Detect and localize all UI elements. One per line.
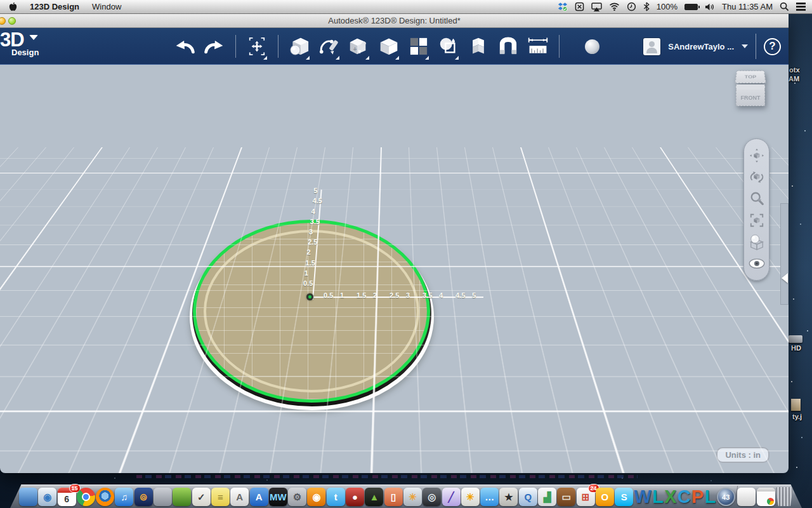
dock-finder[interactable] (19, 488, 37, 506)
desktop-file-label[interactable]: AM (789, 75, 799, 83)
user-dropdown-caret[interactable] (742, 44, 748, 48)
dock-creature-app[interactable] (173, 488, 191, 506)
dock-calendar[interactable]: 615 (58, 488, 76, 506)
sketch-tool[interactable] (317, 32, 341, 60)
dock-trash[interactable] (776, 487, 793, 506)
time-machine-icon[interactable] (627, 2, 636, 11)
pattern-tool[interactable] (407, 32, 431, 60)
app-logo-menu[interactable]: 3D Design (0, 29, 39, 57)
dock-office-app[interactable]: ⊞24 (577, 488, 595, 506)
navigation-panel (743, 138, 769, 281)
blocked-shield-icon[interactable] (575, 2, 584, 11)
dock-skype[interactable]: S (615, 488, 633, 506)
materials-button[interactable] (748, 233, 766, 251)
dock-textedit[interactable]: A (230, 488, 249, 506)
dock-chart-app[interactable]: ▟ (538, 488, 556, 506)
undo-button[interactable] (173, 32, 197, 60)
dock-alarm-clock[interactable]: 43 (717, 488, 735, 506)
chevron-down-icon (29, 35, 38, 40)
group-tool[interactable] (466, 32, 490, 60)
menu-item-app[interactable]: 123D Design (30, 2, 79, 11)
snap-tool[interactable] (496, 32, 520, 60)
dock-excel[interactable]: X (664, 487, 676, 506)
view-cube[interactable]: TOP FRONT (734, 69, 767, 106)
fit-view-button[interactable] (748, 211, 766, 229)
apple-menu-icon[interactable] (9, 2, 17, 11)
text-tool[interactable]: + (347, 32, 371, 60)
dock-safari[interactable]: ◉ (38, 488, 56, 506)
help-button[interactable]: ? (764, 38, 781, 55)
hide-show-button[interactable] (748, 255, 766, 272)
dock-navigator-app[interactable]: ⊚ (134, 488, 153, 506)
volume-icon[interactable] (705, 3, 715, 11)
axis-tick-y: 4.5 (312, 197, 322, 204)
zoom-button[interactable] (748, 190, 766, 208)
notification-center-icon[interactable] (796, 3, 806, 11)
dock-firefox[interactable] (96, 488, 114, 506)
pan-button[interactable] (748, 147, 766, 164)
dock-chrome[interactable] (77, 488, 95, 506)
redo-button[interactable] (202, 32, 226, 60)
dock-flower-app[interactable]: ☀ (461, 488, 480, 506)
primitives-tool[interactable] (287, 32, 311, 60)
material-sphere-tool[interactable] (580, 32, 604, 60)
transform-move-tool[interactable] (245, 32, 269, 60)
dock-system-preferences[interactable]: ⚙ (288, 488, 306, 506)
desktop-drive-label[interactable]: HD (791, 344, 801, 352)
dock-phone-app[interactable]: ▯ (384, 488, 403, 506)
menu-clock[interactable]: Thu 11:35 AM (722, 2, 773, 11)
dock-powerpoint[interactable]: P (691, 487, 704, 506)
axis-tick-y: 3.5 (310, 218, 320, 225)
dock-camera-app[interactable]: ◎ (422, 488, 441, 506)
dock-bust-app[interactable] (154, 488, 172, 506)
airplay-icon[interactable] (591, 3, 602, 11)
dock-iphoto[interactable]: ☀ (403, 488, 422, 506)
viewport-3d[interactable]: 0.511.522.533.544.55 0.511.522.533.544.5… (0, 65, 789, 473)
dock-lync-2[interactable]: L (705, 487, 716, 506)
dock-document-stack[interactable] (737, 488, 756, 506)
dock-star-app[interactable]: ★ (499, 488, 518, 506)
battery-icon[interactable] (684, 4, 698, 10)
dropbox-icon[interactable] (558, 2, 568, 11)
view-cube-front-face[interactable]: FRONT (736, 90, 765, 106)
dock-outlook[interactable]: O (596, 488, 614, 506)
desktop-file-label[interactable]: ty.j (792, 413, 802, 420)
units-badge[interactable]: Units : in (716, 447, 769, 463)
view-cube-edge[interactable] (736, 84, 765, 90)
dock-communicator[interactable]: C (678, 487, 691, 506)
measure-tool[interactable] (526, 32, 550, 60)
dock-notes-checklist[interactable]: ✓ (192, 488, 211, 506)
dock-messages[interactable]: … (480, 488, 499, 506)
axis-tick-y: 3 (309, 228, 313, 236)
wifi-icon[interactable] (609, 3, 620, 11)
dock-app-store[interactable]: A (250, 488, 268, 506)
dock-keynote[interactable]: ▭ (557, 488, 575, 506)
combine-tool[interactable] (436, 32, 461, 60)
dock-dark-green-app[interactable]: ▲ (365, 488, 383, 506)
dock-ink-app[interactable]: ╱ (442, 488, 461, 506)
dock-record-app[interactable]: ● (346, 488, 364, 506)
user-name[interactable]: SAndrewTaylo ... (668, 42, 734, 51)
user-avatar[interactable] (643, 38, 660, 55)
panel-collapse-arrow-icon[interactable] (782, 273, 788, 283)
view-cube-top-face[interactable]: TOP (735, 70, 766, 83)
origin-marker[interactable] (306, 293, 313, 300)
dock-twitter[interactable]: t (327, 488, 345, 506)
desktop-file-label[interactable]: otx (789, 66, 800, 74)
dock-itunes[interactable]: ♫ (115, 488, 133, 506)
dock-minimized-browser-window[interactable] (757, 488, 775, 506)
dock-lync[interactable]: L (652, 487, 664, 506)
dock-blender[interactable]: ◉ (307, 488, 325, 506)
construct-tool[interactable] (377, 32, 401, 60)
hard-drive-icon[interactable] (789, 335, 802, 343)
spotlight-icon[interactable] (780, 2, 789, 11)
window-title-bar[interactable]: Autodesk® 123D® Design: Untitled* (0, 14, 789, 28)
bluetooth-icon[interactable] (643, 2, 650, 11)
dock-word[interactable]: W (634, 487, 652, 506)
dock-stickies[interactable]: ≡ (211, 488, 230, 506)
menu-item-window[interactable]: Window (92, 2, 121, 11)
dock-mw-app[interactable]: MW (269, 488, 287, 506)
desktop-document-icon[interactable] (791, 399, 801, 411)
dock-quicktime[interactable]: Q (519, 488, 537, 506)
orbit-button[interactable] (748, 168, 766, 186)
